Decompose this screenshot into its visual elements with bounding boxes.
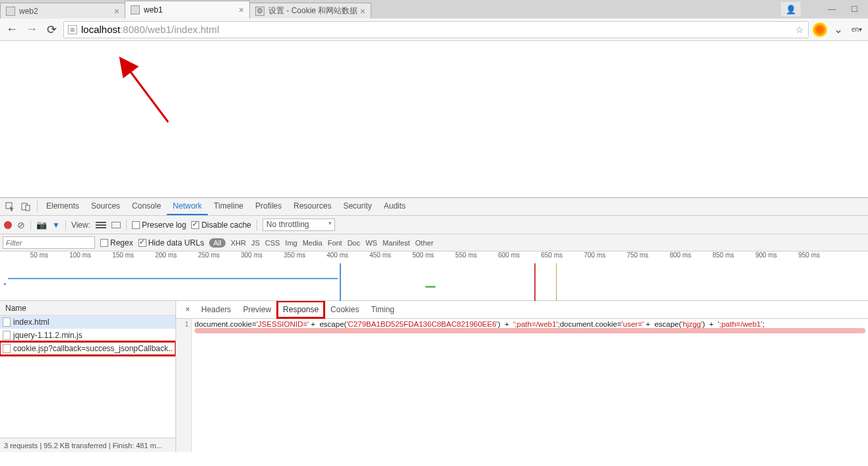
- preserve-log-checkbox[interactable]: Preserve log: [132, 220, 186, 230]
- type-filter-ws[interactable]: WS: [365, 239, 377, 247]
- disable-cache-checkbox[interactable]: Disable cache: [191, 220, 251, 230]
- tick: 250 ms: [178, 251, 221, 263]
- request-bar: [425, 286, 435, 288]
- divider: [257, 220, 257, 230]
- hide-data-urls-checkbox[interactable]: Hide data URLs: [139, 238, 204, 248]
- divider: [126, 220, 127, 230]
- regex-label: Regex: [110, 238, 133, 248]
- list-view-button[interactable]: [96, 222, 106, 228]
- tab-timeline[interactable]: Timeline: [208, 198, 249, 215]
- filter-toggle-icon[interactable]: ▼: [52, 220, 60, 230]
- detail-tab-response[interactable]: Response: [277, 301, 325, 318]
- screenshot-button[interactable]: 📷: [36, 220, 47, 230]
- request-row-index[interactable]: index.html: [0, 316, 175, 329]
- tick: 800 ms: [650, 251, 693, 263]
- tick: 650 ms: [521, 251, 564, 263]
- request-list-header[interactable]: Name: [0, 301, 175, 316]
- request-detail-panel: × Headers Preview Response Cookies Timin…: [176, 301, 868, 452]
- extension-icon[interactable]: en▾: [850, 22, 864, 37]
- type-filter-other[interactable]: Other: [416, 239, 434, 247]
- regex-checkbox[interactable]: Regex: [100, 238, 133, 248]
- type-filter-media[interactable]: Media: [303, 239, 323, 247]
- nav-bar: ← → ⟳ 🗎 localhost:8080/web1/index.html ☆…: [0, 18, 868, 41]
- highlight-annotation: [195, 328, 865, 333]
- tab-profiles[interactable]: Profiles: [249, 198, 288, 215]
- file-icon: [3, 331, 11, 340]
- tick: 900 ms: [735, 251, 778, 263]
- view-label: View:: [71, 220, 90, 230]
- tab-network[interactable]: Network: [167, 198, 208, 215]
- type-filter-all[interactable]: All: [209, 238, 225, 248]
- back-button[interactable]: ←: [4, 22, 20, 38]
- address-host: localhost: [81, 24, 120, 35]
- close-icon[interactable]: ×: [360, 6, 365, 17]
- throttling-value: No throttling: [266, 220, 309, 229]
- type-filter-img[interactable]: Img: [285, 239, 297, 247]
- tab-security[interactable]: Security: [337, 198, 377, 215]
- extension-icon[interactable]: [813, 22, 827, 37]
- clear-button[interactable]: ⊘: [17, 220, 25, 230]
- address-bar[interactable]: 🗎 localhost:8080/web1/index.html ☆: [63, 21, 809, 38]
- close-icon[interactable]: ×: [239, 5, 244, 15]
- throttling-select[interactable]: No throttling: [263, 218, 335, 231]
- tick: 50 ms: [7, 251, 49, 263]
- type-filter-js[interactable]: JS: [251, 239, 260, 247]
- type-filter-doc[interactable]: Doc: [348, 239, 361, 247]
- tick: 400 ms: [307, 251, 350, 263]
- hide-data-urls-label: Hide data URLs: [148, 238, 204, 248]
- type-filter-font[interactable]: Font: [328, 239, 342, 247]
- user-button[interactable]: 👤: [781, 2, 801, 17]
- minimize-button[interactable]: —: [821, 3, 843, 16]
- tab-elements[interactable]: Elements: [40, 198, 85, 215]
- user-icon: 👤: [786, 5, 796, 15]
- tick: 350 ms: [264, 251, 307, 263]
- tick: 100 ms: [49, 251, 92, 263]
- request-row-jquery[interactable]: jquery-1.11.2.min.js: [0, 329, 175, 342]
- close-icon[interactable]: ×: [114, 6, 119, 17]
- reload-button[interactable]: ⟳: [44, 22, 59, 38]
- record-button[interactable]: [4, 221, 12, 229]
- browser-tab-settings[interactable]: 设置 - Cookie 和网站数据 ×: [249, 3, 371, 18]
- tick: 500 ms: [392, 251, 435, 263]
- tab-console[interactable]: Console: [126, 198, 167, 215]
- page-icon: 🗎: [68, 25, 77, 34]
- detail-tab-preview[interactable]: Preview: [237, 301, 277, 318]
- request-bar: [8, 278, 338, 279]
- extension-pocket-icon[interactable]: ⌄: [831, 22, 846, 37]
- detail-tab-cookies[interactable]: Cookies: [325, 301, 365, 318]
- detail-tab-timing[interactable]: Timing: [365, 301, 400, 318]
- filter-input[interactable]: [3, 236, 95, 249]
- response-body[interactable]: 1 document.cookie='JSESSIONID=' + escape…: [176, 319, 868, 452]
- divider: [30, 220, 31, 230]
- network-panel: Name index.html jquery-1.11.2.min.js coo…: [0, 301, 868, 452]
- extension-icons: ⌄ en▾: [813, 22, 864, 37]
- browser-tab-web1[interactable]: web1 ×: [125, 1, 250, 18]
- maximize-button[interactable]: ☐: [843, 3, 865, 16]
- request-name: index.html: [13, 317, 49, 327]
- dom-content-loaded-line: [340, 263, 341, 301]
- browser-tab-web2[interactable]: web2 ×: [0, 3, 125, 18]
- browser-tab-bar: web2 × web1 × 设置 - Cookie 和网站数据 × 👤 — ☐: [0, 0, 868, 18]
- preserve-log-label: Preserve log: [142, 220, 186, 230]
- devtools-main-tabs: Elements Sources Console Network Timelin…: [0, 198, 868, 216]
- forward-button[interactable]: →: [24, 22, 40, 38]
- device-mode-icon[interactable]: [18, 200, 33, 213]
- close-detail-button[interactable]: ×: [180, 305, 195, 314]
- tab-sources[interactable]: Sources: [85, 198, 126, 215]
- devtools: Elements Sources Console Network Timelin…: [0, 197, 868, 452]
- network-timeline[interactable]: 50 ms 100 ms 150 ms 200 ms 250 ms 300 ms…: [0, 251, 868, 301]
- svg-rect-2: [26, 205, 30, 211]
- bookmark-star-icon[interactable]: ☆: [795, 24, 804, 35]
- type-filter-xhr[interactable]: XHR: [231, 239, 246, 247]
- element-picker-icon[interactable]: [3, 200, 17, 213]
- tab-audits[interactable]: Audits: [378, 198, 412, 215]
- request-row-cookie-jsp[interactable]: cookie.jsp?callback=success_jsonpCallbac…: [0, 342, 175, 355]
- favicon-icon: [6, 7, 15, 16]
- type-filter-manifest[interactable]: Manifest: [383, 239, 410, 247]
- tab-resources[interactable]: Resources: [288, 198, 337, 215]
- large-view-button[interactable]: [111, 222, 121, 228]
- request-bar: [4, 283, 6, 285]
- type-filter-css[interactable]: CSS: [265, 239, 280, 247]
- tick: 750 ms: [607, 251, 650, 263]
- detail-tab-headers[interactable]: Headers: [195, 301, 237, 318]
